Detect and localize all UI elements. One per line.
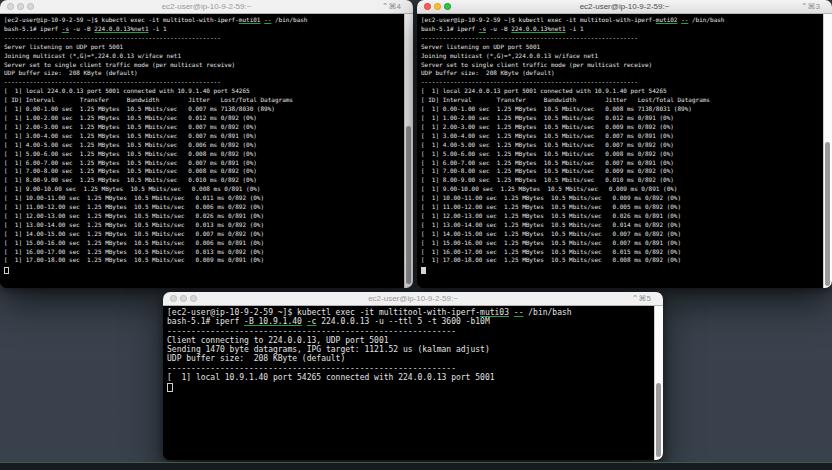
- terminal-line: [ 1] 14.00-15.00 sec 1.25 MBytes 10.5 Mb…: [421, 230, 822, 239]
- scrollbar-thumb[interactable]: [656, 383, 661, 457]
- desktop-bottom-edge: [0, 462, 832, 470]
- terminal-text-segment: 224.0.0.13 -u --ttl 5 -t 3600 -b10M: [316, 317, 489, 326]
- terminal-text-segment: Sending 1470 byte datagrams, IPG target:…: [167, 345, 490, 354]
- terminal-line: [ 1] 5.00-6.00 sec 1.25 MBytes 10.5 Mbit…: [4, 150, 403, 159]
- terminal-line: [ 1] 9.00-10.00 sec 1.25 MBytes 10.5 Mbi…: [421, 185, 822, 194]
- terminal-output[interactable]: [ec2-user@ip-10-9-2-59 ~]$ kubectl exec …: [421, 16, 822, 288]
- terminal-line: ----------------------------------------…: [4, 34, 403, 43]
- titlebar[interactable]: ec2-user@ip-10-9-2-59:~ ⌃⌘5: [163, 292, 663, 306]
- terminal-line: UDP buffer size: 208 KByte (default): [4, 69, 403, 78]
- terminal-text-segment: [ 1] 13.00-14.00 sec 1.25 MBytes 10.5 Mb…: [421, 221, 681, 228]
- terminal-line: [ ID] Interval Transfer Bandwidth Jitter…: [421, 96, 822, 105]
- terminal-line: [167, 382, 653, 391]
- terminal-text-segment: [ 1] 13.00-14.00 sec 1.25 MBytes 10.5 Mb…: [4, 221, 264, 228]
- terminal-text-segment: [ 1] 8.00-9.00 sec 1.25 MBytes 10.5 Mbit…: [4, 176, 257, 183]
- window-shortcut-badge: ⌃⌘4: [382, 1, 401, 13]
- terminal-text-segment: [ 1] 16.00-17.00 sec 1.25 MBytes 10.5 Mb…: [4, 248, 264, 255]
- terminal-text-segment: [ec2-user@ip-10-9-2-59 ~]$ kubectl exec …: [4, 16, 239, 23]
- terminal-text-segment: UDP buffer size: 208 KByte (default): [4, 69, 138, 76]
- terminal-line: UDP buffer size: 208 KByte (default): [421, 69, 822, 78]
- terminal-text-segment: bash-5.1# iperf: [421, 25, 479, 32]
- terminal-text-segment: ----------------------------------------…: [421, 78, 638, 85]
- terminal-output[interactable]: [ec2-user@ip-10-9-2-59 ~]$ kubectl exec …: [4, 16, 403, 288]
- titlebar[interactable]: ec2-user@ip-10-9-2-59:~ ⌃⌘4: [0, 0, 413, 14]
- terminal-line: [ 1] 15.00-16.00 sec 1.25 MBytes 10.5 Mb…: [4, 239, 403, 248]
- terminal-text-segment: [ 1] 1.00-2.00 sec 1.25 MBytes 10.5 Mbit…: [421, 114, 674, 121]
- terminal-text-segment: [ 1] 3.00-4.00 sec 1.25 MBytes 10.5 Mbit…: [421, 132, 674, 139]
- terminal-text-segment: [ 1] 4.00-5.00 sec 1.25 MBytes 10.5 Mbit…: [4, 141, 257, 148]
- scrollbar[interactable]: [823, 14, 832, 288]
- terminal-window-muti01: ec2-user@ip-10-9-2-59:~ ⌃⌘4 [ec2-user@ip…: [0, 0, 413, 288]
- terminal-line: [421, 265, 822, 274]
- terminal-text-segment: ----------------------------------------…: [421, 34, 638, 41]
- terminal-text-segment: [ 1] 10.00-11.00 sec 1.25 MBytes 10.5 Mb…: [421, 194, 681, 201]
- terminal-text-segment: [ ID] Interval Transfer Bandwidth Jitter…: [4, 96, 293, 103]
- terminal-text-segment: muti01: [239, 16, 261, 23]
- terminal-line: [ 1] 16.00-17.00 sec 1.25 MBytes 10.5 Mb…: [421, 248, 822, 257]
- terminal-line: Server listening on UDP port 5001: [4, 43, 403, 52]
- terminal-output[interactable]: [ec2-user@ip-10-9-2-59 ~]$ kubectl exec …: [167, 308, 653, 460]
- terminal-text-segment: ----------------------------------------…: [4, 34, 221, 41]
- terminal-text-segment: [ 1] 0.00-1.00 sec 1.25 MBytes 10.5 Mbit…: [421, 105, 692, 112]
- terminal-text-segment: /bin/bash: [523, 308, 571, 317]
- terminal-text-segment: Joining multicast (*,G)=*,224.0.0.13 w/i…: [421, 52, 598, 59]
- terminal-line: [ 1] 6.00-7.00 sec 1.25 MBytes 10.5 Mbit…: [421, 159, 822, 168]
- terminal-line: [ 1] 7.00-8.00 sec 1.25 MBytes 10.5 Mbit…: [421, 167, 822, 176]
- terminal-text-segment: -u -B: [486, 25, 511, 32]
- terminal-text-segment: UDP buffer size: 208 KByte (default): [421, 69, 555, 76]
- terminal-line: [ec2-user@ip-10-9-2-59 ~]$ kubectl exec …: [421, 16, 822, 25]
- terminal-line: [ 1] 13.00-14.00 sec 1.25 MBytes 10.5 Mb…: [4, 221, 403, 230]
- terminal-text-segment: 224.0.0.13%net1: [511, 25, 565, 32]
- terminal-text-segment: Client connecting to 224.0.0.13, UDP por…: [167, 336, 389, 345]
- window-title: ec2-user@ip-10-9-2-59:~: [0, 1, 413, 13]
- terminal-content: [ec2-user@ip-10-9-2-59 ~]$ kubectl exec …: [163, 306, 663, 460]
- terminal-text-segment: -s: [479, 25, 486, 32]
- terminal-text-segment: -i 1: [566, 25, 584, 32]
- terminal-content: [ec2-user@ip-10-9-2-59 ~]$ kubectl exec …: [0, 14, 413, 288]
- terminal-line: [ 1] local 10.9.1.40 port 54265 connecte…: [167, 373, 653, 382]
- terminal-text-segment: [ 1] 16.00-17.00 sec 1.25 MBytes 10.5 Mb…: [421, 248, 681, 255]
- terminal-text-segment: [ 1] 7.00-8.00 sec 1.25 MBytes 10.5 Mbit…: [421, 167, 674, 174]
- terminal-text-segment: [ 1] 15.00-16.00 sec 1.25 MBytes 10.5 Mb…: [4, 239, 264, 246]
- terminal-line: [ 1] local 224.0.0.13 port 5001 connecte…: [4, 87, 403, 96]
- terminal-line: [ 1] 0.00-1.00 sec 1.25 MBytes 10.5 Mbit…: [4, 105, 403, 114]
- terminal-text-segment: [ 1] 6.00-7.00 sec 1.25 MBytes 10.5 Mbit…: [4, 159, 257, 166]
- terminal-text-segment: [ 1] 2.00-3.00 sec 1.25 MBytes 10.5 Mbit…: [4, 123, 257, 130]
- terminal-text-segment: 224.0.0.13%net1: [94, 25, 148, 32]
- scrollbar-thumb[interactable]: [406, 126, 411, 284]
- terminal-line: Server listening on UDP port 5001: [421, 43, 822, 52]
- terminal-text-segment: [ 1] 1.00-2.00 sec 1.25 MBytes 10.5 Mbit…: [4, 114, 257, 121]
- terminal-text-segment: -i 1: [149, 25, 167, 32]
- terminal-line: bash-5.1# iperf -s -u -B 224.0.0.13%net1…: [421, 25, 822, 34]
- terminal-text-segment: [ 1] 3.00-4.00 sec 1.25 MBytes 10.5 Mbit…: [4, 132, 257, 139]
- scrollbar-thumb[interactable]: [825, 142, 830, 286]
- terminal-line: [ 1] 1.00-2.00 sec 1.25 MBytes 10.5 Mbit…: [4, 114, 403, 123]
- titlebar[interactable]: ec2-user@ip-10-9-2-59:~ ⌃⌘3: [417, 0, 832, 14]
- terminal-line: [ 1] 17.00-18.00 sec 1.25 MBytes 10.5 Mb…: [4, 256, 403, 265]
- terminal-line: [ 1] 2.00-3.00 sec 1.25 MBytes 10.5 Mbit…: [421, 123, 822, 132]
- terminal-text-segment: [ 1] 11.00-12.00 sec 1.25 MBytes 10.5 Mb…: [421, 203, 681, 210]
- terminal-line: [ ID] Interval Transfer Bandwidth Jitter…: [4, 96, 403, 105]
- terminal-text-segment: Joining multicast (*,G)=*,224.0.0.13 w/i…: [4, 52, 181, 59]
- scrollbar[interactable]: [654, 306, 663, 460]
- terminal-line: [ec2-user@ip-10-9-2-59 ~]$ kubectl exec …: [167, 308, 653, 317]
- terminal-line: [ 1] 3.00-4.00 sec 1.25 MBytes 10.5 Mbit…: [4, 132, 403, 141]
- terminal-line: [ 1] 7.00-8.00 sec 1.25 MBytes 10.5 Mbit…: [4, 167, 403, 176]
- terminal-text-segment: [ 1] 17.00-18.00 sec 1.25 MBytes 10.5 Mb…: [421, 256, 681, 263]
- terminal-line: [ 1] 1.00-2.00 sec 1.25 MBytes 10.5 Mbit…: [421, 114, 822, 123]
- terminal-line: bash-5.1# iperf -B 10.9.1.40 -c 224.0.0.…: [167, 317, 653, 326]
- terminal-line: [4, 265, 403, 274]
- terminal-text-segment: [ 1] 17.00-18.00 sec 1.25 MBytes 10.5 Mb…: [4, 256, 264, 263]
- terminal-line: [ 1] 13.00-14.00 sec 1.25 MBytes 10.5 Mb…: [421, 221, 822, 230]
- terminal-line: ----------------------------------------…: [167, 364, 653, 373]
- terminal-line: Server set to single client traffic mode…: [421, 61, 822, 70]
- terminal-line: [ 1] 14.00-15.00 sec 1.25 MBytes 10.5 Mb…: [4, 230, 403, 239]
- scrollbar[interactable]: [404, 14, 413, 288]
- terminal-line: ----------------------------------------…: [421, 78, 822, 87]
- terminal-line: [ 1] 6.00-7.00 sec 1.25 MBytes 10.5 Mbit…: [4, 159, 403, 168]
- terminal-line: Client connecting to 224.0.0.13, UDP por…: [167, 336, 653, 345]
- terminal-text-segment: [ 1] 2.00-3.00 sec 1.25 MBytes 10.5 Mbit…: [421, 123, 674, 130]
- terminal-window-muti03: ec2-user@ip-10-9-2-59:~ ⌃⌘5 [ec2-user@ip…: [163, 292, 663, 460]
- terminal-text-segment: UDP buffer size: 208 KByte (default): [167, 354, 345, 363]
- terminal-line: [ 1] 12.00-13.00 sec 1.25 MBytes 10.5 Mb…: [4, 212, 403, 221]
